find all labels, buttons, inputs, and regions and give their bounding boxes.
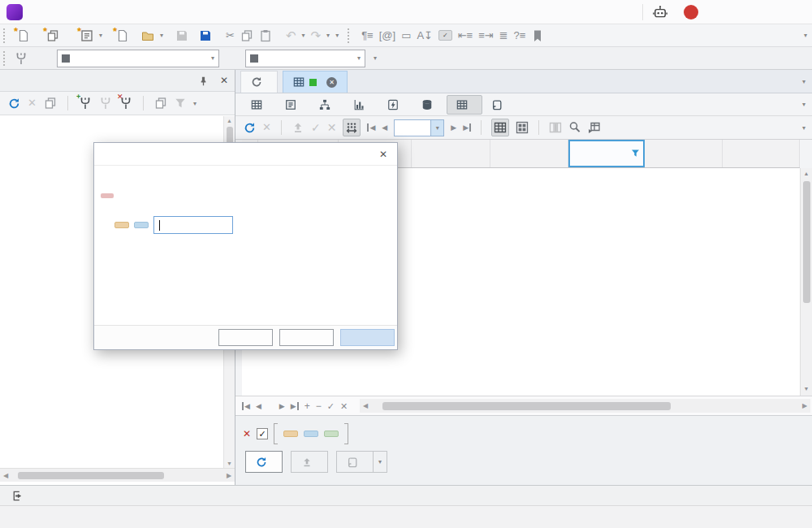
grid-horizontal-scrollbar[interactable]: ◀▶ xyxy=(360,399,810,413)
indent-increase-icon[interactable]: ≡⇥ xyxy=(478,29,493,42)
cut-icon[interactable]: ✂ xyxy=(226,29,235,42)
end-edit-icon[interactable]: ✓ xyxy=(327,400,335,413)
condition-field-chip[interactable] xyxy=(114,222,129,228)
comment-icon[interactable]: ¶≡ xyxy=(361,29,374,42)
tab-triggers[interactable] xyxy=(378,96,412,114)
page-size-select[interactable]: ▾ xyxy=(394,119,444,136)
remove-connection-icon[interactable]: ✕ xyxy=(119,97,132,110)
script-changes-button[interactable] xyxy=(336,451,374,473)
filter-funnel-icon[interactable] xyxy=(631,149,640,158)
cancel-button[interactable] xyxy=(279,329,334,346)
toolbar-grip[interactable] xyxy=(3,28,6,43)
filter-operator-chip[interactable] xyxy=(304,431,318,437)
pin-icon[interactable] xyxy=(198,76,209,86)
snippet-icon[interactable]: [@] xyxy=(379,29,395,42)
explorer-close-icon[interactable]: ✕ xyxy=(220,75,228,86)
column-visibility-icon[interactable] xyxy=(549,121,562,134)
tab-storage[interactable] xyxy=(412,96,447,114)
column-header-lastname[interactable] xyxy=(568,140,645,167)
tab-constraints[interactable] xyxy=(276,96,310,114)
filter-enabled-checkbox[interactable]: ✓ xyxy=(257,428,268,439)
remove-filter-icon[interactable]: ✕ xyxy=(243,428,251,439)
database-select[interactable]: ▾ xyxy=(245,50,365,67)
column-header-firstname[interactable] xyxy=(412,140,490,167)
column-header-modifieddate[interactable] xyxy=(723,140,800,167)
connection-dropdown-icon[interactable]: ▾ xyxy=(206,54,214,62)
new-document-icon[interactable] xyxy=(116,29,129,42)
cancel-edit-icon[interactable]: ✕ xyxy=(340,400,348,413)
append-record-icon[interactable]: + xyxy=(304,400,310,413)
tab-start-page[interactable] xyxy=(240,71,278,93)
new-window-icon[interactable] xyxy=(80,29,93,42)
tab-document-person[interactable]: ✕ xyxy=(283,71,348,93)
history-dropdown-icon[interactable]: ▾ xyxy=(335,32,339,39)
redo-icon[interactable]: ↷ xyxy=(311,29,322,42)
search-data-icon[interactable] xyxy=(568,121,581,134)
filter-value-chip[interactable] xyxy=(324,431,339,437)
first-record-icon[interactable]: ◀ xyxy=(242,402,250,410)
open-dropdown-icon[interactable]: ▾ xyxy=(160,32,163,39)
tab-close-icon[interactable]: ✕ xyxy=(326,77,337,88)
add-connection-icon[interactable]: + xyxy=(79,97,92,110)
prev-record-icon[interactable]: ◀ xyxy=(256,402,261,410)
connection-select[interactable]: ▾ xyxy=(57,50,219,67)
format-selection-icon[interactable]: ?≡ xyxy=(514,29,526,42)
format-document-icon[interactable]: ≣ xyxy=(499,29,508,42)
first-page-icon[interactable]: ◀ xyxy=(367,123,375,132)
copy-icon[interactable] xyxy=(240,29,253,42)
new-query-button[interactable] xyxy=(46,29,63,42)
script-changes-dropdown-icon[interactable]: ▾ xyxy=(374,451,387,473)
column-header-suffix[interactable] xyxy=(645,140,723,167)
tab-tsql[interactable] xyxy=(482,96,516,114)
page-size-dropdown-icon[interactable]: ▾ xyxy=(430,120,443,136)
filter-value-input[interactable] xyxy=(153,216,233,234)
refresh-object-button[interactable] xyxy=(245,451,283,473)
database-dropdown-icon[interactable]: ▾ xyxy=(352,54,361,62)
go-to-row-icon[interactable] xyxy=(588,121,601,134)
explorer-horizontal-scrollbar[interactable]: ◀▶ xyxy=(0,468,235,482)
tab-data[interactable] xyxy=(447,95,482,115)
next-record-icon[interactable]: ▶ xyxy=(279,402,285,410)
tab-columns[interactable] xyxy=(242,96,276,114)
apply-button[interactable] xyxy=(340,329,395,346)
rename-icon[interactable]: ▭ xyxy=(401,29,411,42)
paste-icon[interactable] xyxy=(259,29,272,42)
prev-page-icon[interactable]: ◀ xyxy=(382,123,387,132)
tab-indexes[interactable] xyxy=(310,96,344,114)
user-avatar[interactable] xyxy=(684,5,698,19)
open-folder-icon[interactable] xyxy=(141,29,154,42)
explorer-duplicate-icon[interactable] xyxy=(44,97,57,110)
bookmark-icon[interactable] xyxy=(531,29,544,42)
data-toolbar-overflow-icon[interactable]: ▾ xyxy=(802,124,806,132)
copy-object-icon[interactable] xyxy=(154,97,167,110)
toolbar-overflow-icon[interactable]: ▾ xyxy=(804,32,807,39)
filter-field-chip[interactable] xyxy=(283,431,298,437)
tab-list-dropdown-icon[interactable]: ▾ xyxy=(802,78,806,85)
format-sql-button[interactable]: ✓ xyxy=(438,30,452,41)
delete-record-icon[interactable]: − xyxy=(316,400,322,413)
redo-dropdown-icon[interactable]: ▾ xyxy=(326,32,330,39)
group-operator-chip[interactable] xyxy=(101,193,114,198)
dialog-close-icon[interactable]: ✕ xyxy=(379,149,387,160)
paginal-mode-icon[interactable] xyxy=(343,119,361,136)
apply-changes-button[interactable] xyxy=(291,451,328,473)
ok-button[interactable] xyxy=(218,329,273,346)
new-sql-button[interactable] xyxy=(17,29,34,42)
last-page-icon[interactable]: ▶ xyxy=(463,123,471,132)
import-data-icon[interactable] xyxy=(292,121,304,134)
next-page-icon[interactable]: ▶ xyxy=(451,123,456,132)
explorer-delete-icon[interactable]: ✕ xyxy=(28,97,37,110)
grid-vertical-scrollbar[interactable]: ▲▼ xyxy=(800,168,812,396)
new-window-dropdown-icon[interactable]: ▾ xyxy=(99,32,102,39)
commit-icon[interactable]: ✓ xyxy=(311,121,321,134)
explorer-filter-icon[interactable] xyxy=(175,97,186,109)
condition-operator-chip[interactable] xyxy=(134,222,149,228)
card-view-icon[interactable] xyxy=(516,121,529,134)
save-icon[interactable] xyxy=(175,29,188,42)
tab-statistics[interactable] xyxy=(344,96,378,114)
edit-connection-icon[interactable] xyxy=(99,97,112,110)
subtab-overflow-icon[interactable]: ▾ xyxy=(802,101,806,108)
last-record-icon[interactable]: ▶ xyxy=(291,402,299,410)
undo-dropdown-icon[interactable]: ▾ xyxy=(302,32,305,39)
grid-view-icon[interactable] xyxy=(491,119,509,136)
